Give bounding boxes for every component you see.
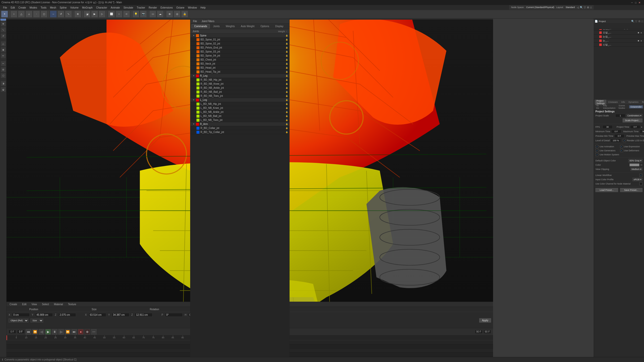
toolbar-move[interactable]: ↔ bbox=[50, 11, 57, 18]
tool-sculpt[interactable]: ◉ bbox=[1, 47, 6, 53]
tool-brush[interactable]: ✏ bbox=[1, 53, 6, 59]
joint-row[interactable]: L_BD_NB_Hip_jnt🔒 bbox=[190, 102, 289, 106]
tab-options[interactable]: Options bbox=[258, 24, 272, 28]
toolbar-uvw-mode[interactable]: ◻ bbox=[41, 11, 48, 18]
joint-row[interactable]: BD_Neck_jnt🔒 bbox=[190, 62, 289, 66]
project-time-arrow[interactable]: ▸ bbox=[641, 126, 642, 128]
joint-lock-button[interactable]: 🔒 bbox=[285, 111, 288, 114]
go-end-btn[interactable]: ⏭ bbox=[71, 329, 77, 335]
input-color-value[interactable]: sRGB ▾ bbox=[632, 178, 642, 181]
tab-commands[interactable]: Commands bbox=[191, 24, 210, 28]
joint-row[interactable]: R_BD_NB_Hip_jnt🔒 bbox=[190, 78, 289, 82]
joint-row[interactable]: ▼R_Leg🔒 bbox=[190, 74, 289, 78]
menu-tools[interactable]: Tools bbox=[39, 6, 48, 10]
toolbar-rotate[interactable]: ↺ bbox=[57, 11, 64, 18]
default-obj-color-value[interactable]: 60% Gray ▾ bbox=[628, 159, 642, 162]
node-view-icon[interactable]: □ bbox=[590, 6, 592, 9]
go-start-btn[interactable]: ⏮ bbox=[26, 329, 31, 335]
pp-subtab-octarender[interactable]: Octarender bbox=[629, 105, 643, 108]
min-time-value[interactable]: 0 F bbox=[611, 130, 621, 133]
play-btn[interactable]: ▶ bbox=[45, 329, 51, 335]
rot-p-field[interactable]: P 0° bbox=[162, 313, 183, 317]
tool-vertex-paint[interactable]: ◒ bbox=[1, 87, 6, 92]
joint-lock-button[interactable]: 🔒 bbox=[285, 34, 288, 37]
toolbar-select-rect[interactable]: ⬜ bbox=[108, 11, 115, 18]
joint-lock-button[interactable]: 🔒 bbox=[285, 99, 288, 102]
proj-settings-icon[interactable]: ⚙ bbox=[638, 20, 640, 23]
tab-weights[interactable]: Weights bbox=[223, 24, 237, 28]
coord-mode-dropdown[interactable]: Object (Rel) Object (Abs) World bbox=[9, 319, 28, 323]
menu-character[interactable]: Character bbox=[95, 6, 109, 10]
tool-extrude[interactable]: ⊞ bbox=[1, 67, 6, 72]
tab-display[interactable]: Display bbox=[272, 24, 286, 28]
menu-simulate[interactable]: Simulate bbox=[122, 6, 135, 10]
menu-mograph[interactable]: MoGraph bbox=[80, 6, 94, 10]
joint-lock-button[interactable]: 🔒 bbox=[285, 107, 288, 110]
menu-modes[interactable]: Modes bbox=[28, 6, 38, 10]
joint-row[interactable]: L_BD_NB_Ball_jnt🔒 bbox=[190, 114, 289, 118]
menu-mesh[interactable]: Mesh bbox=[49, 6, 58, 10]
joint-lock-button[interactable]: 🔒 bbox=[285, 90, 288, 94]
node-space-icon1[interactable]: ◁ bbox=[577, 6, 579, 9]
joint-lock-button[interactable]: 🔒 bbox=[285, 131, 288, 134]
lod-value[interactable]: 100 % bbox=[611, 139, 621, 142]
project-scale-value[interactable]: 1 bbox=[615, 114, 625, 117]
size-z-field[interactable]: Z 12.911 cm bbox=[131, 313, 152, 317]
key-all-btn[interactable]: ⋯ bbox=[91, 329, 97, 335]
joint-row[interactable]: BD_Spine_02_jnt🔒 bbox=[190, 42, 289, 46]
joint-row[interactable]: R_BD_NB_Ball_jnt🔒 bbox=[190, 90, 289, 94]
tree-toggle[interactable]: ▼ bbox=[192, 34, 195, 37]
menu-view[interactable]: View bbox=[30, 302, 38, 306]
character-item[interactable]: 눈_...◼▲ bbox=[594, 39, 644, 43]
pp-tab-referencing[interactable]: Referencing bbox=[640, 100, 644, 104]
menu-tracker[interactable]: Tracker bbox=[135, 6, 147, 10]
tab-auto-weight[interactable]: Auto Weight bbox=[238, 24, 257, 28]
close-btn[interactable]: ✕ bbox=[638, 1, 640, 4]
linear-workflow-checkbox[interactable]: ✓ bbox=[639, 174, 642, 177]
toolbar-sky[interactable]: ☁ bbox=[157, 11, 164, 18]
next-frame-btn[interactable]: ▷ bbox=[58, 329, 64, 335]
use-color-channel-checkbox[interactable] bbox=[639, 182, 642, 185]
view-clipping-value[interactable]: Medium ▾ bbox=[630, 167, 642, 171]
pp-subtab-todo[interactable]: To Do bbox=[595, 104, 601, 110]
menu-create[interactable]: Create bbox=[17, 6, 27, 10]
joint-lock-button[interactable]: 🔒 bbox=[285, 95, 288, 98]
use-generators-checkbox[interactable]: ✓ bbox=[595, 149, 598, 152]
joint-lock-button[interactable]: 🔒 bbox=[285, 62, 288, 65]
menu-octane[interactable]: Octane bbox=[175, 6, 186, 10]
menu-volume[interactable]: Volume bbox=[69, 6, 80, 10]
toolbar-polygon-mode[interactable]: △ bbox=[18, 11, 25, 18]
menu-window[interactable]: Window bbox=[186, 6, 198, 10]
menu-material[interactable]: Material bbox=[53, 302, 64, 306]
use-deformers-checkbox[interactable]: ✓ bbox=[620, 149, 623, 152]
joint-lock-button[interactable]: 🔒 bbox=[285, 54, 288, 57]
fps-display[interactable]: 90 F bbox=[484, 330, 491, 334]
tree-toggle[interactable]: ▼ bbox=[192, 75, 195, 77]
menu-file[interactable]: File bbox=[2, 6, 9, 10]
pp-subtab-key-interp[interactable]: Key Interpolation bbox=[602, 104, 617, 110]
tool-scale[interactable]: ⤡ bbox=[1, 27, 6, 33]
joint-lock-button[interactable]: 🔒 bbox=[285, 50, 288, 53]
node-settings-icon[interactable]: ⚙ bbox=[587, 6, 589, 9]
save-preset-btn[interactable]: Save Preset... bbox=[620, 188, 643, 192]
character-item[interactable]: 신발_... bbox=[594, 43, 644, 47]
toolbar-floor[interactable]: ▭ bbox=[149, 11, 156, 18]
size-y-field[interactable]: Y 34.387 cm bbox=[108, 313, 129, 317]
menu-edit[interactable]: Edit bbox=[9, 6, 16, 10]
toolbar-light[interactable]: 💡 bbox=[132, 11, 139, 18]
joint-row[interactable]: R_BD_Tip_Collar_jnt🔒 bbox=[190, 130, 289, 134]
node-search-icon[interactable]: 🔍 bbox=[580, 6, 583, 9]
joint-row[interactable]: L_BD_NB_Ankle_jnt🔒 bbox=[190, 110, 289, 114]
go-prev-btn[interactable]: ⏪ bbox=[32, 329, 38, 335]
joint-row[interactable]: R_BD_NB_Ankle_jnt🔒 bbox=[190, 86, 289, 90]
joint-row[interactable]: R_BD_Collar_jnt🔒 bbox=[190, 126, 289, 130]
menu-extensions[interactable]: Extensions bbox=[159, 6, 174, 10]
tool-bevel[interactable]: ⬡ bbox=[1, 73, 6, 78]
pos-x-field[interactable]: X 0 cm bbox=[9, 313, 30, 317]
pp-tab-dynamics[interactable]: Dynamics bbox=[627, 100, 640, 104]
toolbar-scale[interactable]: ⤡ bbox=[65, 11, 72, 18]
toolbar-select-lasso[interactable]: ⊂ bbox=[123, 11, 130, 18]
toolbar-object-mode[interactable]: ○ bbox=[10, 11, 17, 18]
menu-render[interactable]: Render bbox=[147, 6, 158, 10]
character-item[interactable]: 눈썹_... bbox=[594, 35, 644, 39]
